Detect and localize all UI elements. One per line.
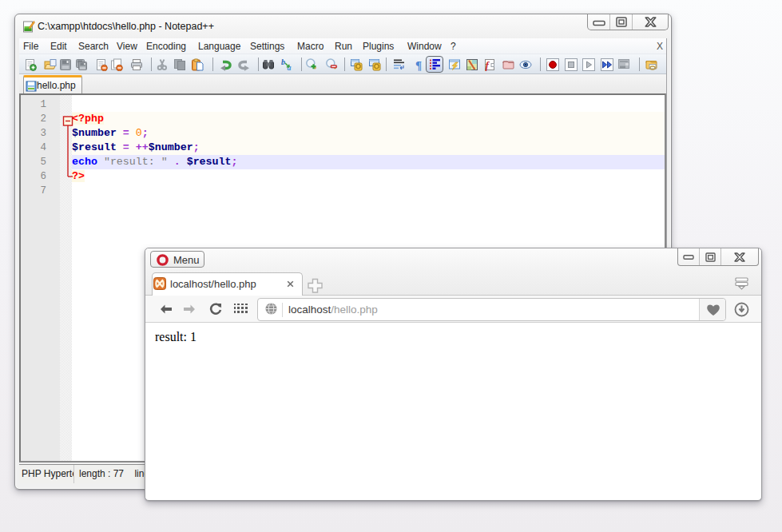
svg-text:b: b [281, 58, 285, 66]
svg-text:¶: ¶ [415, 59, 422, 72]
